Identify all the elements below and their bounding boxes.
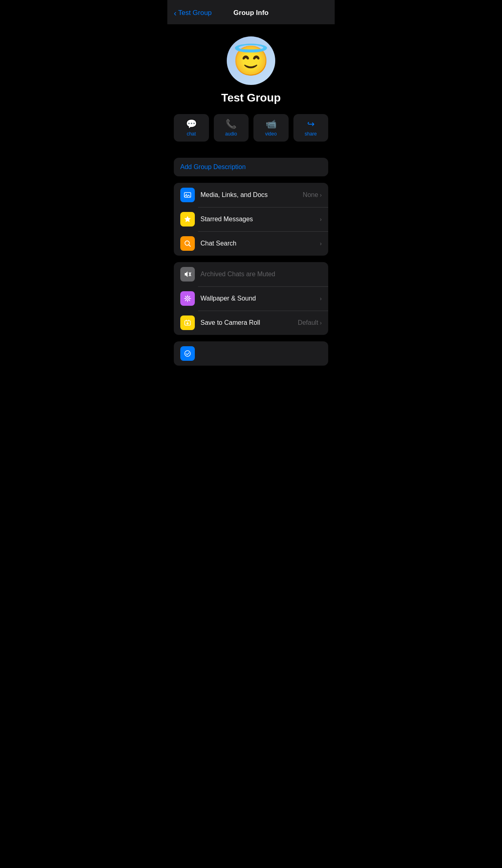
video-button[interactable]: 📹 video	[253, 114, 289, 142]
archived-label: Archived Chats are Muted	[200, 271, 275, 278]
media-right: None ›	[303, 191, 322, 199]
archived-chats-row: Archived Chats are Muted	[174, 262, 328, 286]
add-description-button[interactable]: Add Group Description	[174, 158, 328, 176]
back-button[interactable]: ‹ Test Group	[174, 9, 212, 17]
share-button[interactable]: ↪ share	[293, 114, 329, 142]
chat-search-right: ›	[320, 240, 322, 247]
wallpaper-right: ›	[320, 295, 322, 302]
media-icon	[180, 188, 195, 202]
section-settings-card: Archived Chats are Muted Wallpaper & Sou…	[174, 262, 328, 335]
avatar[interactable]: 😇	[227, 36, 275, 85]
back-chevron-icon: ‹	[174, 9, 177, 17]
share-label: share	[305, 131, 317, 137]
svg-point-2	[185, 241, 190, 246]
svg-line-12	[185, 296, 186, 297]
media-label: Media, Links, and Docs	[200, 191, 268, 199]
media-chevron-icon: ›	[320, 192, 322, 198]
chat-search-icon	[180, 236, 195, 251]
description-label: Add Group Description	[180, 163, 246, 170]
media-links-row[interactable]: Media, Links, and Docs None ›	[174, 183, 328, 207]
page-title: Group Info	[234, 9, 269, 17]
back-label: Test Group	[178, 9, 212, 17]
audio-button[interactable]: 📞 audio	[214, 114, 249, 142]
share-icon: ↪	[307, 119, 314, 129]
svg-line-13	[189, 300, 190, 301]
mute-icon	[180, 267, 195, 282]
starred-label: Starred Messages	[200, 216, 253, 223]
camera-roll-value: Default	[298, 319, 318, 326]
profile-section: 😇 Test Group 💬 chat 📞 audio 📹 video ↪ sh…	[167, 24, 335, 158]
avatar-emoji: 😇	[233, 44, 269, 78]
wallpaper-icon	[180, 291, 195, 306]
chat-search-row-content: Chat Search ›	[200, 240, 322, 247]
extra-partial-row[interactable]	[174, 341, 328, 366]
chat-search-label: Chat Search	[200, 240, 236, 247]
audio-label: audio	[225, 131, 237, 137]
action-buttons-row: 💬 chat 📞 audio 📹 video ↪ share	[174, 114, 328, 142]
description-card: Add Group Description	[174, 158, 328, 176]
extra-icon	[180, 346, 195, 361]
group-name: Test Group	[221, 91, 281, 104]
chat-label: chat	[187, 131, 196, 137]
wallpaper-sound-row[interactable]: Wallpaper & Sound ›	[174, 286, 328, 311]
starred-chevron-icon: ›	[320, 216, 322, 222]
section-media-card: Media, Links, and Docs None › Starred Me…	[174, 183, 328, 256]
camera-roll-label: Save to Camera Roll	[200, 319, 260, 326]
svg-line-15	[185, 300, 186, 301]
chat-icon: 💬	[186, 119, 197, 129]
archived-row-content: Archived Chats are Muted	[200, 271, 322, 278]
svg-point-19	[185, 351, 190, 356]
section-extra-card	[174, 341, 328, 366]
svg-point-1	[186, 194, 187, 195]
starred-messages-row[interactable]: Starred Messages ›	[174, 207, 328, 231]
audio-icon: 📞	[226, 119, 236, 129]
starred-right: ›	[320, 216, 322, 222]
camera-roll-row-content: Save to Camera Roll Default ›	[200, 319, 322, 326]
chat-search-chevron-icon: ›	[320, 240, 322, 247]
chat-search-row[interactable]: Chat Search ›	[174, 231, 328, 256]
video-icon: 📹	[266, 119, 276, 129]
media-count: None	[303, 191, 318, 199]
media-row-content: Media, Links, and Docs None ›	[200, 191, 322, 199]
header: ‹ Test Group Group Info	[167, 0, 335, 24]
camera-roll-row[interactable]: Save to Camera Roll Default ›	[174, 311, 328, 335]
wallpaper-row-content: Wallpaper & Sound ›	[200, 295, 322, 302]
camera-roll-right: Default ›	[298, 319, 322, 326]
starred-icon	[180, 212, 195, 227]
starred-row-content: Starred Messages ›	[200, 216, 322, 223]
video-label: video	[265, 131, 277, 137]
wallpaper-chevron-icon: ›	[320, 295, 322, 302]
camera-roll-chevron-icon: ›	[320, 320, 322, 326]
wallpaper-label: Wallpaper & Sound	[200, 295, 256, 302]
chat-button[interactable]: 💬 chat	[174, 114, 209, 142]
svg-line-3	[189, 245, 191, 247]
svg-point-7	[187, 298, 188, 299]
camera-roll-icon	[180, 315, 195, 330]
svg-line-14	[189, 296, 190, 297]
